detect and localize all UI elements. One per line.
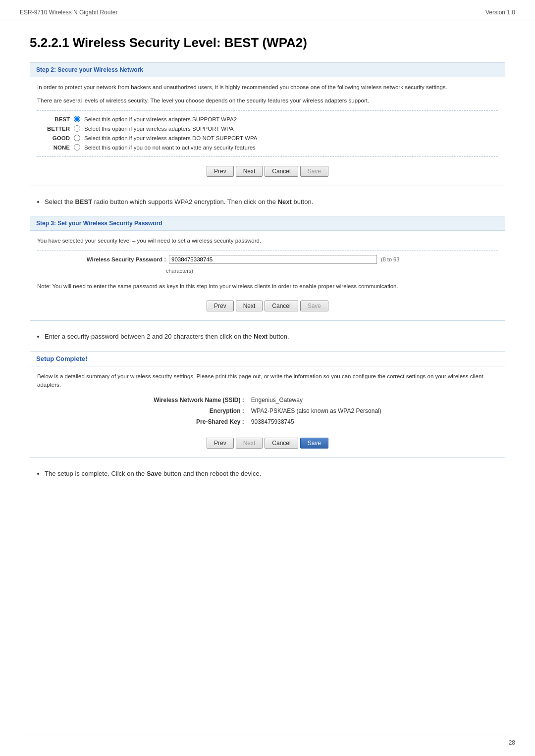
password-hint2: characters): [166, 268, 498, 274]
step3-save-button: Save: [300, 301, 328, 311]
option-better-label: BETTER: [37, 124, 72, 134]
bullet1-bold2: Next: [278, 198, 292, 205]
option-better: BETTER Select this option if your wirele…: [37, 124, 498, 134]
option-best-radio-cell[interactable]: [72, 115, 82, 124]
option-good-text: Select this option if your wireless adap…: [82, 134, 498, 143]
bullet2-pre: Enter a security password between 2 and …: [45, 333, 254, 340]
option-good-label: GOOD: [37, 134, 72, 143]
step3-box: Step 3: Set your Wireless Security Passw…: [30, 216, 505, 321]
bullet3-end: button and then reboot the device.: [161, 470, 261, 477]
step2-cancel-button[interactable]: Cancel: [265, 166, 298, 177]
bullet2-item: Enter a security password between 2 and …: [45, 332, 505, 342]
step2-divider: [37, 110, 498, 111]
page-footer: 28: [20, 735, 515, 746]
setup-complete-box: Setup Complete! Below is a detailed summ…: [30, 351, 505, 458]
step3-next-button[interactable]: Next: [236, 301, 263, 311]
step2-header: Step 2: Secure your Wireless Network: [30, 63, 505, 77]
header-right: Version 1.0: [485, 9, 515, 16]
step2-divider2: [37, 156, 498, 157]
step2-next-button[interactable]: Next: [236, 166, 263, 177]
encryption-label: Encryption :: [151, 406, 247, 416]
step3-divider: [37, 251, 498, 251]
header-left: ESR-9710 Wireless N Gigabit Router: [20, 9, 117, 16]
option-better-radio-cell[interactable]: [72, 124, 82, 134]
step3-btn-row: Prev Next Cancel Save: [37, 296, 498, 314]
step2-intro1: In order to protect your network from ha…: [37, 83, 498, 92]
security-options-table: BEST Select this option if your wireless…: [37, 115, 498, 152]
page-number: 28: [509, 739, 515, 746]
psk-row: Pre-Shared Key : 9038475938745: [151, 417, 384, 427]
page-content: 5.2.2.1 Wireless Security Level: BEST (W…: [0, 20, 535, 518]
bullet1-pre: Select the: [45, 198, 75, 205]
option-none: NONE Select this option if you do not wa…: [37, 143, 498, 152]
password-hint: (8 to 63: [381, 256, 399, 262]
step3-prev-button[interactable]: Prev: [207, 301, 234, 311]
setup-complete-btn-row: Prev Next Cancel Save: [37, 433, 498, 452]
page-header: ESR-9710 Wireless N Gigabit Router Versi…: [0, 0, 535, 20]
option-best-label: BEST: [37, 115, 72, 124]
step3-body: You have selected your security level – …: [30, 231, 505, 320]
psk-value: 9038475938745: [248, 417, 384, 427]
bullet2-end: button.: [268, 333, 289, 340]
step3-cancel-button[interactable]: Cancel: [265, 301, 298, 311]
bullet3-section: The setup is complete. Click on the Save…: [45, 469, 505, 479]
option-good: GOOD Select this option if your wireless…: [37, 134, 498, 143]
step3-note: Note: You will need to enter the same pa…: [37, 282, 498, 291]
bullet2-bold: Next: [254, 333, 268, 340]
setup-complete-body: Below is a detailed summary of your wire…: [30, 366, 505, 458]
option-good-radio-cell[interactable]: [72, 134, 82, 143]
encryption-value: WPA2-PSK/AES (also known as WPA2 Persona…: [248, 406, 384, 416]
step3-header: Step 3: Set your Wireless Security Passw…: [30, 216, 505, 231]
option-none-label: NONE: [37, 143, 72, 152]
ssid-label: Wireless Network Name (SSID) :: [151, 395, 247, 405]
step2-btn-row: Prev Next Cancel Save: [37, 161, 498, 180]
setup-cancel-button[interactable]: Cancel: [265, 438, 298, 449]
bullet1-item: Select the BEST radio button which suppo…: [45, 197, 505, 207]
password-input[interactable]: [169, 255, 377, 264]
bullet3-bold: Save: [147, 470, 161, 477]
bullet3-pre: The setup is complete. Click on the: [45, 470, 147, 477]
bullet1-end: button.: [292, 198, 313, 205]
bullet3-item: The setup is complete. Click on the Save…: [45, 469, 505, 479]
page-title: 5.2.2.1 Wireless Security Level: BEST (W…: [30, 35, 505, 50]
summary-table: Wireless Network Name (SSID) : Engenius_…: [150, 394, 385, 428]
radio-none[interactable]: [74, 144, 80, 151]
password-field-label: Wireless Security Password :: [37, 256, 166, 262]
radio-best[interactable]: [74, 116, 80, 122]
ssid-row: Wireless Network Name (SSID) : Engenius_…: [151, 395, 384, 405]
setup-prev-button[interactable]: Prev: [207, 438, 234, 449]
step2-save-button: Save: [300, 166, 328, 177]
step2-prev-button[interactable]: Prev: [207, 166, 234, 177]
step2-box: Step 2: Secure your Wireless Network In …: [30, 62, 505, 186]
bullet1-bold: BEST: [75, 198, 92, 205]
step2-intro2: There are several levels of wireless sec…: [37, 97, 498, 105]
bullet1-rest: radio button which supports WPA2 encrypt…: [92, 198, 278, 205]
radio-good[interactable]: [74, 135, 80, 141]
setup-complete-intro: Below is a detailed summary of your wire…: [37, 372, 498, 390]
option-better-text: Select this option if your wireless adap…: [82, 124, 498, 134]
step2-body: In order to protect your network from ha…: [30, 77, 505, 186]
encryption-row: Encryption : WPA2-PSK/AES (also known as…: [151, 406, 384, 416]
bullet2-section: Enter a security password between 2 and …: [45, 332, 505, 342]
setup-save-button[interactable]: Save: [300, 438, 328, 449]
setup-next-button: Next: [236, 438, 263, 449]
option-none-radio-cell[interactable]: [72, 143, 82, 152]
step3-divider2: [37, 278, 498, 278]
password-field-row: Wireless Security Password : (8 to 63: [37, 255, 498, 264]
bullet1-section: Select the BEST radio button which suppo…: [45, 197, 505, 207]
step3-intro: You have selected your security level – …: [37, 237, 498, 245]
option-best-text: Select this option if your wireless adap…: [82, 115, 498, 124]
ssid-value: Engenius_Gateway: [248, 395, 384, 405]
option-best: BEST Select this option if your wireless…: [37, 115, 498, 124]
radio-better[interactable]: [74, 125, 80, 132]
psk-label: Pre-Shared Key :: [151, 417, 247, 427]
setup-complete-header: Setup Complete!: [30, 352, 505, 366]
option-none-text: Select this option if you do not want to…: [82, 143, 498, 152]
